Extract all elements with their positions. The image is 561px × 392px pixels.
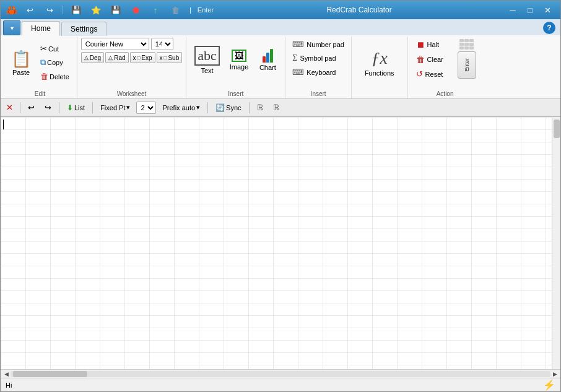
keyboard-icon: ⌨ — [292, 68, 304, 77]
green-icon-btn[interactable]: ↑ — [147, 4, 163, 16]
grid-canvas[interactable] — [1, 117, 552, 369]
delete-icon: 🗑 — [40, 72, 48, 81]
text-cursor — [3, 120, 4, 129]
sub-toolbar: ✕ ↩ ↪ ⬇ List Fixed Pt ▾ 2 0 1 3 4 5 — [1, 99, 560, 116]
rad-button[interactable]: △ Rad — [105, 52, 128, 63]
ribbon-group-action: ⏹ Halt 🗑 Clear ↺ Reset — [408, 37, 482, 98]
enter-button[interactable]: Enter — [458, 51, 476, 79]
main-area — [1, 117, 560, 369]
sub-sub: □ — [164, 55, 167, 61]
sub-button[interactable]: x □ Sub — [157, 52, 183, 63]
prefix-arrow: ▾ — [196, 103, 200, 111]
image-icon: 🖼 — [232, 50, 246, 62]
cut-button[interactable]: ✂ Cut — [37, 42, 73, 55]
redo-small-btn[interactable]: ↪ — [41, 101, 55, 114]
maximize-btn[interactable]: □ — [522, 4, 538, 16]
v-scroll-thumb[interactable] — [554, 120, 560, 138]
deg-label: Deg — [90, 54, 101, 61]
h-scroll-left[interactable]: ◀ — [2, 370, 11, 378]
halt-button[interactable]: ⏹ Halt — [412, 38, 455, 51]
tab-settings[interactable]: Settings — [61, 22, 107, 36]
title-bar-left: 🦀 ↩ ↪ 💾 ⭐ 💾 ⬟ ↑ 🗑 | Enter — [6, 4, 214, 16]
exp-label: x — [133, 54, 136, 61]
reset-button[interactable]: ↺ Reset — [412, 68, 455, 81]
divider-5 — [249, 102, 250, 113]
numpad-icon: ⌨ — [292, 40, 304, 49]
edit-group-inner: 📋 Paste ✂ Cut ⧉ Copy 🗑 — [7, 38, 73, 97]
undo-small-btn[interactable]: ↩ — [24, 101, 38, 114]
image-button[interactable]: 🖼 Image — [225, 38, 253, 82]
text-label: Text — [201, 67, 213, 74]
close-btn[interactable]: ✕ — [539, 4, 555, 16]
ribbon-group-edit: 📋 Paste ✂ Cut ⧉ Copy 🗑 — [3, 37, 77, 98]
copy-icon: ⧉ — [40, 58, 46, 68]
divider-2 — [59, 102, 59, 113]
grid-area[interactable] — [1, 117, 552, 369]
app-icon: 🦀 — [6, 4, 18, 16]
horizontal-scrollbar[interactable]: ◀ ▶ — [1, 369, 560, 378]
redo-btn[interactable]: ↪ — [41, 4, 58, 16]
fixed-pt-arrow: ▾ — [126, 103, 130, 111]
font-select[interactable]: Courier New — [81, 38, 149, 50]
close-row-btn[interactable]: ✕ — [3, 101, 16, 114]
list-label: List — [74, 104, 85, 111]
copy-button[interactable]: ⧉ Copy — [37, 56, 73, 69]
delete-button[interactable]: 🗑 Delete — [37, 70, 73, 83]
symbol-pad-button[interactable]: Σ Symbol pad — [289, 51, 347, 65]
ribbon-group-worksheet: Courier New 14 △ Deg △ Rad — [77, 37, 186, 98]
action-col: ⏹ Halt 🗑 Clear ↺ Reset — [412, 38, 455, 81]
fixed-pt-dropdown[interactable]: Fixed Pt ▾ — [97, 102, 134, 113]
exp-sup: □ — [137, 55, 141, 61]
small-btns-col: ✂ Cut ⧉ Copy 🗑 Delete — [37, 40, 73, 85]
sync-icon: 🔄 — [215, 103, 225, 112]
fx-icon: ƒx — [372, 48, 388, 68]
functions-button[interactable]: ƒx Functions — [360, 40, 399, 85]
paste-icon: 📋 — [11, 50, 31, 69]
r-btn-1[interactable]: ℝ — [253, 101, 267, 114]
list-button[interactable]: ⬇ List — [63, 102, 89, 114]
h-scroll-thumb[interactable] — [13, 371, 87, 377]
text-icon: abc — [194, 46, 220, 66]
clear-button[interactable]: 🗑 Clear — [412, 53, 455, 66]
text-button[interactable]: abc Text — [190, 38, 224, 82]
h-scroll-right[interactable]: ▶ — [550, 370, 559, 378]
save-btn[interactable]: 💾 — [68, 4, 84, 16]
sigma-icon: Σ — [292, 53, 297, 63]
r-btn-2[interactable]: ℝ — [269, 101, 283, 114]
exp-button[interactable]: x □ Exp — [130, 52, 155, 63]
paste-button[interactable]: 📋 Paste — [7, 40, 35, 85]
keyboard-label: Keyboard — [307, 69, 336, 76]
copy-label: Copy — [47, 59, 63, 66]
toolbar-container: ▾ Home Settings ? 📋 Paste ✂ — [1, 19, 560, 117]
tab-dropdown[interactable]: ▾ — [3, 20, 20, 35]
status-icon: ⚡ — [543, 379, 555, 391]
action-group-label: Action — [408, 90, 482, 97]
divider-4 — [207, 102, 208, 113]
minimize-btn[interactable]: ─ — [505, 4, 521, 16]
tab-home[interactable]: Home — [22, 21, 60, 36]
view-group-label: Insert — [285, 90, 351, 97]
chart-icon — [263, 49, 273, 63]
red-icon-btn[interactable]: ⬟ — [128, 4, 144, 16]
floppy-btn[interactable]: 💾 — [108, 4, 124, 16]
x-icon: ✕ — [6, 103, 13, 112]
open-btn[interactable]: ⭐ — [88, 4, 104, 16]
decimal-select[interactable]: 2 0 1 3 4 5 — [136, 102, 156, 114]
prefix-dropdown[interactable]: Prefix auto ▾ — [159, 102, 204, 113]
help-button[interactable]: ? — [543, 22, 555, 34]
app-title: RedCrab Calculator — [214, 6, 505, 14]
sub-label-x: x — [160, 54, 163, 61]
undo-btn[interactable]: ↩ — [22, 4, 38, 16]
size-select[interactable]: 14 — [151, 38, 173, 50]
fixed-pt-label: Fixed Pt — [100, 104, 125, 111]
chart-button[interactable]: Chart — [254, 38, 281, 82]
number-pad-button[interactable]: ⌨ Number pad — [289, 38, 347, 51]
list-icon: ⬇ — [67, 103, 73, 112]
keyboard-button[interactable]: ⌨ Keyboard — [289, 66, 347, 79]
trash-btn[interactable]: 🗑 — [167, 4, 183, 16]
sync-button[interactable]: 🔄 Sync — [212, 102, 245, 114]
divider-1 — [20, 102, 20, 113]
deg-button[interactable]: △ Deg — [81, 52, 104, 63]
vertical-scrollbar[interactable] — [552, 117, 560, 369]
h-scroll-track[interactable] — [11, 371, 550, 377]
